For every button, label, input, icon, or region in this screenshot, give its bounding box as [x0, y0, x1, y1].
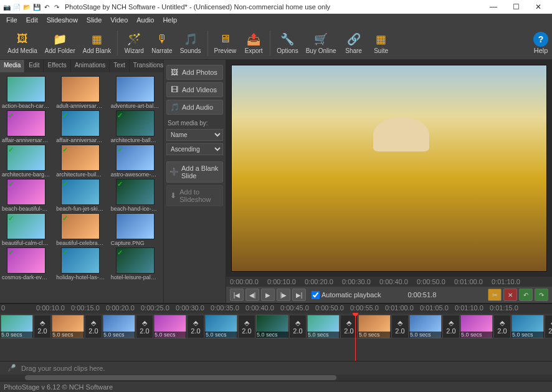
thumbnail-item[interactable]: ✓beach-hand-ice-cr…	[110, 179, 160, 212]
tab-text[interactable]: Text	[110, 60, 129, 72]
tab-animations[interactable]: Animations	[71, 60, 110, 72]
thumbnail-item[interactable]: ✓beautiful-celebrati…	[55, 213, 105, 246]
maximize-button[interactable]: ☐	[505, 0, 527, 14]
thumbnail-item[interactable]: ✓affair-anniversary…	[55, 110, 105, 143]
delete-button[interactable]: ✕	[503, 289, 517, 301]
thumbnail-item[interactable]: ✓hotel-leisure-palm-…	[110, 247, 160, 280]
thumbnail-item[interactable]: ✓astro-awesome-bl…	[110, 145, 160, 178]
add-videos-button[interactable]: 🎞Add Videos	[166, 82, 223, 97]
thumbnail-item[interactable]: ✓beach-beautiful-bi…	[1, 179, 51, 212]
menu-slide[interactable]: Slide	[83, 15, 105, 25]
clip[interactable]: 5.0 secs	[52, 315, 84, 350]
check-icon: ✓	[8, 112, 14, 120]
goto-end-button[interactable]: ▶|	[292, 289, 306, 301]
tool-narrate[interactable]: 🎙Narrate	[148, 31, 176, 55]
clip[interactable]: 5.0 secs	[1, 315, 33, 350]
transition[interactable]: ⬘2.0	[85, 315, 102, 338]
transition[interactable]: ⬘2.0	[34, 315, 51, 338]
playhead[interactable]	[355, 313, 356, 361]
transition[interactable]: ⬘2.0	[442, 315, 460, 338]
close-button[interactable]: ✕	[527, 0, 550, 14]
tab-media[interactable]: Media	[0, 60, 25, 72]
transition[interactable]: ⬘2.0	[238, 315, 255, 338]
thumbnail-item[interactable]: ✓architecture-ballo…	[110, 110, 160, 143]
thumbnail-item[interactable]: ✓beautiful-calm-clo…	[1, 213, 51, 246]
clip[interactable]: 5.0 secs	[154, 315, 186, 350]
thumbnail-item[interactable]: ✓beach-fun-jet-ski-…	[55, 179, 105, 212]
audio-track[interactable]: Drag your sound clips here.	[0, 361, 552, 375]
undo-icon[interactable]: ↶	[42, 2, 51, 11]
transition[interactable]: ⬘2.0	[391, 315, 409, 338]
menu-help[interactable]: Help	[159, 15, 181, 25]
clip[interactable]: 5.0 secs	[103, 315, 135, 350]
thumbnail-item[interactable]: Capture.PNG	[110, 213, 160, 246]
cut-button[interactable]: ✂	[488, 289, 502, 301]
minimize-button[interactable]: —	[482, 0, 505, 14]
menu-slideshow[interactable]: Slideshow	[43, 15, 82, 25]
add-blank-button[interactable]: ➕Add a Blank Slide	[166, 161, 223, 183]
clip[interactable]: 5.0 secs	[358, 315, 391, 350]
transition[interactable]: ⬘2.0	[187, 315, 204, 338]
play-button[interactable]: ▶	[261, 289, 275, 301]
tool-options[interactable]: 🔧Options	[273, 31, 302, 55]
transition[interactable]: ⬘2.0	[545, 315, 552, 338]
tool-add-folder[interactable]: 📁Add Folder	[41, 31, 79, 55]
thumbnail-item[interactable]: adult-anniversary…	[55, 76, 105, 109]
tool-export[interactable]: 📤Export	[240, 31, 267, 55]
tab-transitions[interactable]: Transitions	[130, 60, 168, 72]
redo-button[interactable]: ↷	[535, 289, 548, 301]
tab-edit[interactable]: Edit	[25, 60, 44, 72]
menu-audio[interactable]: Audio	[133, 15, 158, 25]
thumbnail-item[interactable]: ✓affair-anniversary…	[1, 110, 51, 143]
tool-add-media[interactable]: 🖼Add Media	[4, 31, 41, 55]
goto-start-button[interactable]: |◀	[230, 289, 244, 301]
clip[interactable]: 5.0 secs	[512, 315, 544, 350]
menu-edit[interactable]: Edit	[22, 15, 42, 25]
open-icon[interactable]: 📂	[22, 2, 31, 11]
timeline-track[interactable]: 5.0 secs⬘2.05.0 secs⬘2.05.0 secs⬘2.05.0 …	[0, 313, 552, 361]
transition[interactable]: ⬘2.0	[289, 315, 307, 338]
tool-add-blank[interactable]: ▦Add Blank	[79, 31, 115, 55]
next-button[interactable]: |▶	[277, 289, 290, 301]
add-slideshow-button[interactable]: ⬇Add to Slideshow	[166, 185, 223, 206]
transition[interactable]: ⬘2.0	[136, 315, 153, 338]
tab-effects[interactable]: Effects	[44, 60, 70, 72]
timeline-scrollbar[interactable]	[0, 375, 552, 381]
undo-button[interactable]: ↶	[519, 289, 533, 301]
tool-sounds[interactable]: 🎵Sounds	[176, 31, 205, 55]
help-icon[interactable]: ?	[533, 32, 548, 47]
thumbnail-item[interactable]: ✓architecture-buildi…	[55, 145, 105, 178]
thumbnail-item[interactable]: action-beach-care…	[1, 76, 51, 109]
transition[interactable]: ⬘2.0	[493, 315, 511, 338]
clip[interactable]: 5.0 secs	[409, 315, 442, 350]
thumbnail-item[interactable]: ✓architecture-barg…	[1, 145, 51, 178]
save-icon[interactable]: 💾	[32, 2, 41, 11]
panel-tabs: MediaEditEffectsAnimationsTextTransition…	[0, 60, 163, 72]
tool-wizard[interactable]: 🪄Wizard	[120, 31, 148, 55]
add-photos-button[interactable]: 🖼Add Photos	[166, 65, 223, 80]
tool-preview[interactable]: 🖥Preview	[211, 31, 240, 55]
new-icon[interactable]: 📄	[12, 2, 21, 11]
qat-icons: 📷 📄 📂 💾 ↶ ↷	[2, 2, 61, 11]
check-icon: ✓	[117, 180, 123, 188]
menu-file[interactable]: File	[2, 15, 21, 25]
clip[interactable]: 5.0 secs	[460, 315, 493, 350]
tool-share[interactable]: 🔗Share	[340, 31, 368, 55]
thumbnail-item[interactable]: adventure-art-ball…	[110, 76, 160, 109]
tool-suite[interactable]: ▦Suite	[368, 31, 395, 55]
autoplay-checkbox[interactable]: Automatic playback	[312, 291, 381, 299]
tool-buy-online[interactable]: 🛒Buy Online	[302, 31, 340, 55]
action-panel: 🖼Add Photos 🎞Add Videos 🎵Add Audio Sort …	[164, 60, 226, 303]
clip[interactable]: 5.0 secs	[205, 315, 237, 350]
toolbar: 🖼Add Media📁Add Folder▦Add Blank🪄Wizard🎙N…	[0, 26, 552, 60]
sort-field-select[interactable]: Name	[166, 129, 223, 141]
prev-button[interactable]: ◀|	[245, 289, 259, 301]
sort-dir-select[interactable]: Ascending	[166, 143, 223, 155]
clip[interactable]: 5.0 secs	[307, 315, 340, 350]
add-audio-button[interactable]: 🎵Add Audio	[166, 100, 223, 115]
redo-icon[interactable]: ↷	[52, 2, 61, 11]
thumbnail-item[interactable]: ✓holiday-hotel-las-v…	[55, 247, 105, 280]
thumbnail-item[interactable]: ✓cosmos-dark-eveni…	[1, 247, 51, 280]
menu-video[interactable]: Video	[107, 15, 131, 25]
clip[interactable]: 5.0 secs	[256, 315, 288, 350]
